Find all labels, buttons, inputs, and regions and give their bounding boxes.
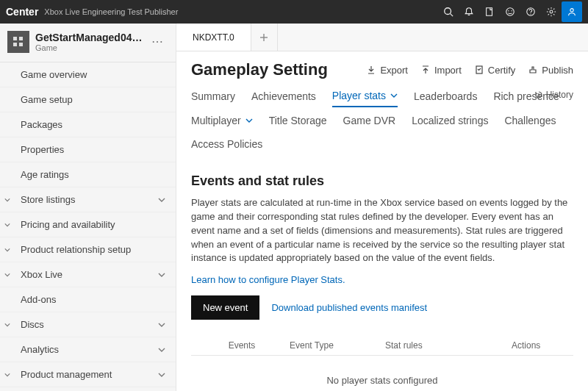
sidebar-item[interactable]: Analytics bbox=[0, 337, 176, 362]
sub-tab[interactable]: Summary bbox=[191, 90, 235, 107]
publish-button[interactable]: Publish bbox=[528, 65, 573, 76]
sidebar-item[interactable]: Xbox Live bbox=[0, 262, 176, 287]
sidebar-item-label: Game setup bbox=[21, 94, 73, 105]
sidebar-item-label: Game overview bbox=[21, 69, 87, 80]
svg-line-16 bbox=[548, 14, 549, 15]
sidebar-item[interactable]: Game overview bbox=[0, 62, 176, 87]
svg-line-17 bbox=[553, 9, 554, 10]
product-header: GetStartManaged04m... Game ⋯ bbox=[0, 24, 176, 62]
sub-tab[interactable]: Challenges bbox=[504, 115, 556, 131]
product-overflow-icon[interactable]: ⋯ bbox=[151, 36, 163, 48]
feedback-icon[interactable] bbox=[500, 1, 520, 22]
learn-link[interactable]: Learn how to configure Player Stats. bbox=[191, 274, 345, 285]
sidebar-item-label: Age ratings bbox=[21, 169, 69, 180]
certify-icon bbox=[475, 65, 484, 74]
chevron-down-icon bbox=[4, 197, 10, 203]
user-icon[interactable] bbox=[562, 1, 582, 22]
chevron-down-icon bbox=[4, 272, 10, 278]
sidebar-item[interactable]: Packages bbox=[0, 112, 176, 137]
document-tabs: NKDXTT.0 bbox=[176, 24, 588, 51]
sidebar-item[interactable]: Add-ons bbox=[0, 287, 176, 312]
chevron-down-icon bbox=[390, 92, 398, 99]
content: NKDXTT.0 Gameplay Setting Export Import bbox=[176, 24, 588, 391]
download-manifest-link[interactable]: Download published events manifest bbox=[271, 302, 427, 313]
chevron-down-icon bbox=[4, 222, 10, 228]
sidebar-item[interactable]: Store listings bbox=[0, 187, 176, 212]
sub-tab[interactable]: Leaderboards bbox=[414, 90, 477, 107]
svg-line-15 bbox=[553, 14, 554, 15]
chevron-down-icon bbox=[158, 321, 165, 329]
publish-icon bbox=[528, 65, 537, 74]
new-event-button[interactable]: New event bbox=[191, 295, 259, 320]
chevron-down-icon bbox=[158, 271, 165, 279]
sub-tab[interactable]: Title Storage bbox=[269, 115, 327, 131]
sidebar-item-label: Pricing and availability bbox=[21, 219, 115, 230]
svg-point-5 bbox=[508, 10, 509, 11]
svg-rect-3 bbox=[487, 8, 492, 16]
stats-table: Events Event Type Stat rules Actions No … bbox=[191, 336, 573, 391]
nav-list: Game overviewGame setupPackagesPropertie… bbox=[0, 62, 176, 391]
sub-tab[interactable]: Multiplayer bbox=[191, 115, 253, 131]
sidebar-item[interactable]: Services bbox=[0, 387, 176, 391]
sub-tab[interactable]: Player stats bbox=[332, 90, 398, 107]
download-icon bbox=[367, 65, 376, 74]
document-icon[interactable] bbox=[479, 1, 500, 22]
sidebar-item[interactable]: Discs bbox=[0, 312, 176, 337]
col-actions: Actions bbox=[512, 340, 570, 351]
sub-tab[interactable]: Localized strings bbox=[412, 115, 488, 131]
sidebar-item[interactable]: Properties bbox=[0, 137, 176, 162]
product-icon bbox=[7, 31, 29, 53]
gear-icon[interactable] bbox=[541, 1, 562, 22]
sidebar-item[interactable]: Age ratings bbox=[0, 162, 176, 187]
section-body: Player stats are calculated at run-time … bbox=[191, 196, 573, 265]
bell-icon[interactable] bbox=[459, 1, 479, 22]
history-button[interactable]: History bbox=[534, 90, 573, 100]
sub-tab[interactable]: Access Policies bbox=[191, 138, 262, 154]
svg-point-9 bbox=[550, 10, 553, 13]
section-title: Events and stat rules bbox=[191, 173, 573, 189]
top-bar: Center Xbox Live Engineering Test Publis… bbox=[0, 0, 588, 24]
col-event-type: Event Type bbox=[290, 340, 385, 351]
sidebar-item-label: Discs bbox=[21, 319, 44, 330]
sub-tabs: SummaryAchievementsPlayer statsLeaderboa… bbox=[191, 90, 573, 154]
chevron-down-icon bbox=[158, 196, 165, 204]
svg-point-8 bbox=[530, 13, 531, 14]
svg-rect-22 bbox=[19, 43, 23, 46]
brand[interactable]: Center bbox=[6, 6, 38, 18]
page: Gameplay Setting Export Import Certify bbox=[176, 51, 588, 391]
publisher-name: Xbox Live Engineering Test Publisher bbox=[44, 7, 178, 16]
search-icon[interactable] bbox=[438, 1, 459, 22]
export-button[interactable]: Export bbox=[367, 65, 408, 76]
sidebar-item[interactable]: Game setup bbox=[0, 87, 176, 112]
document-tab[interactable]: NKDXTT.0 bbox=[176, 24, 251, 51]
sub-tab[interactable]: Game DVR bbox=[343, 115, 396, 131]
certify-button[interactable]: Certify bbox=[475, 65, 516, 76]
document-tab-label: NKDXTT.0 bbox=[193, 32, 234, 43]
chevron-down-icon bbox=[158, 371, 165, 379]
product-title[interactable]: GetStartManaged04m... bbox=[35, 32, 146, 43]
sidebar-item-label: Add-ons bbox=[21, 294, 56, 305]
sidebar-item-label: Product relationship setup bbox=[21, 244, 131, 255]
add-tab-button[interactable] bbox=[251, 24, 278, 51]
svg-point-0 bbox=[445, 8, 451, 15]
chevron-down-icon bbox=[158, 346, 165, 354]
svg-point-18 bbox=[570, 9, 573, 12]
product-type: Game bbox=[35, 43, 146, 52]
sidebar-item-label: Packages bbox=[21, 119, 62, 130]
sidebar-item[interactable]: Pricing and availability bbox=[0, 212, 176, 237]
sidebar-item[interactable]: Product management bbox=[0, 362, 176, 387]
table-empty: No player stats configured bbox=[191, 356, 573, 391]
sidebar-item-label: Properties bbox=[21, 144, 64, 155]
sidebar-item[interactable]: Product relationship setup bbox=[0, 237, 176, 262]
history-icon bbox=[534, 90, 543, 99]
col-events: Events bbox=[194, 340, 290, 351]
chevron-down-icon bbox=[245, 117, 253, 124]
sidebar: GetStartManaged04m... Game ⋯ Game overvi… bbox=[0, 24, 176, 391]
page-title: Gameplay Setting bbox=[191, 60, 328, 79]
sub-tab[interactable]: Achievements bbox=[251, 90, 316, 107]
chevron-down-icon bbox=[4, 247, 10, 253]
help-icon[interactable] bbox=[520, 1, 541, 22]
upload-icon bbox=[421, 65, 430, 74]
svg-line-1 bbox=[451, 14, 453, 17]
import-button[interactable]: Import bbox=[421, 65, 462, 76]
